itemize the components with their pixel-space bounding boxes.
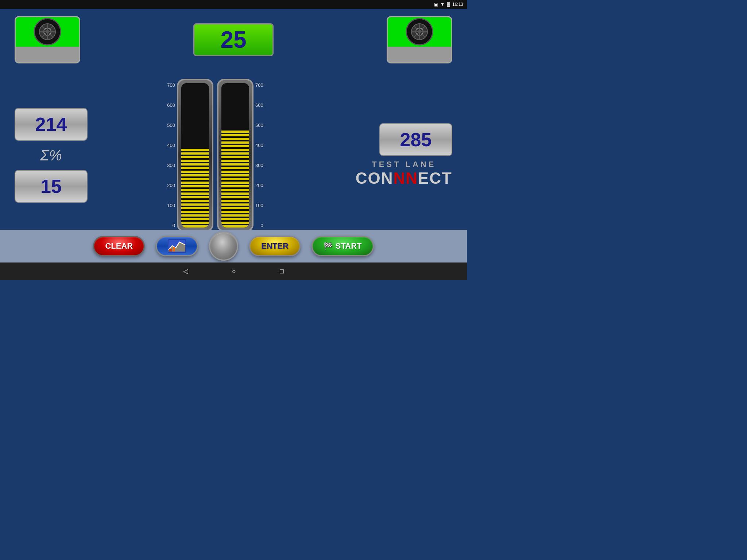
left-value-1: 214 (35, 113, 67, 135)
nav-bar: ◁ ○ □ (0, 262, 467, 280)
right-tire-green (388, 17, 451, 47)
scale-100-left: 100 (167, 203, 175, 208)
gauge-right (217, 79, 253, 232)
gauge-left-inner (181, 83, 209, 228)
scale-200-right: 200 (255, 183, 263, 188)
logo-area: TEST LANE CONNNECT (356, 160, 452, 187)
chart-icon (168, 239, 186, 253)
left-gauge-scale: 700 600 500 400 300 200 100 0 (165, 79, 177, 232)
svg-rect-18 (173, 247, 175, 252)
main-content: 25 214 (0, 9, 467, 244)
status-wifi: ▼ (440, 2, 445, 7)
logo-connect: CONNNECT (356, 169, 452, 187)
left-tire-gray (16, 47, 79, 62)
gauges-section: 700 600 500 400 300 200 100 0 (165, 79, 265, 232)
right-reading-1: 285 (379, 123, 452, 156)
middle-row: 214 Σ% 15 700 600 500 400 300 200 100 0 (0, 67, 467, 244)
status-icon-1: ▣ (434, 2, 438, 7)
scale-200-left: 200 (167, 183, 175, 188)
start-button[interactable]: 🏁 START (311, 236, 374, 256)
flag-icon: 🏁 (324, 242, 333, 250)
logo-test-lane: TEST LANE (372, 160, 436, 169)
status-battery: ▓ (447, 2, 450, 7)
right-col-top: 285 (379, 123, 452, 156)
logo-prefix: CON (356, 169, 394, 187)
clear-button[interactable]: CLEAR (93, 236, 145, 256)
svg-rect-17 (169, 249, 172, 252)
scale-700-right: 700 (255, 82, 263, 88)
scale-600-right: 600 (255, 102, 263, 108)
home-button[interactable]: ○ (232, 268, 236, 275)
sigma-label: Σ% (40, 147, 62, 164)
gauge-right-inner (221, 83, 249, 228)
scale-0-left: 0 (167, 223, 175, 228)
left-reading-2: 15 (15, 170, 88, 203)
gauge-left-fill (181, 148, 209, 228)
speed-display: 25 (193, 23, 274, 56)
scale-0-right: 0 (255, 223, 263, 228)
scale-300-right: 300 (255, 163, 263, 168)
toolbar: CLEAR ENTER 🏁 START (0, 230, 467, 262)
right-tire-icon (405, 17, 434, 46)
left-value-2: 15 (40, 175, 62, 197)
right-gauge-scale: 700 600 500 400 300 200 100 0 (253, 79, 265, 232)
scale-300-left: 300 (167, 163, 175, 168)
gauge-left (177, 79, 213, 232)
right-value-1: 285 (400, 129, 432, 151)
scale-600-left: 600 (167, 102, 175, 108)
scale-500-right: 500 (255, 122, 263, 128)
right-tire-display (387, 16, 452, 63)
right-tire-gray (388, 47, 451, 62)
two-gauges (177, 79, 253, 232)
status-bar: ▣ ▼ ▓ 16:13 (0, 0, 467, 9)
top-section: 25 (0, 9, 467, 67)
scale-500-left: 500 (167, 122, 175, 128)
right-column: 285 TEST LANE CONNNECT (343, 123, 452, 187)
neutral-button[interactable] (209, 232, 238, 261)
left-column: 214 Σ% 15 (15, 108, 88, 203)
scale-400-right: 400 (255, 143, 263, 148)
scale-400-left: 400 (167, 143, 175, 148)
left-tire-green (16, 17, 79, 47)
status-time: 16:13 (452, 2, 463, 7)
left-tire-display (15, 16, 80, 63)
logo-suffix: ECT (418, 169, 452, 187)
gauge-right-fill (221, 129, 249, 228)
back-button[interactable]: ◁ (183, 267, 188, 275)
speed-value: 25 (220, 26, 246, 53)
logo-highlight: NN (393, 169, 418, 187)
recent-button[interactable]: □ (280, 268, 284, 275)
enter-button[interactable]: ENTER (249, 236, 301, 256)
left-reading-1: 214 (15, 108, 88, 141)
start-label: START (336, 241, 362, 251)
scale-100-right: 100 (255, 203, 263, 208)
scale-700-left: 700 (167, 82, 175, 88)
left-tire-icon (33, 17, 62, 46)
chart-button[interactable] (156, 236, 198, 256)
sigma-display: Σ% (15, 144, 88, 166)
